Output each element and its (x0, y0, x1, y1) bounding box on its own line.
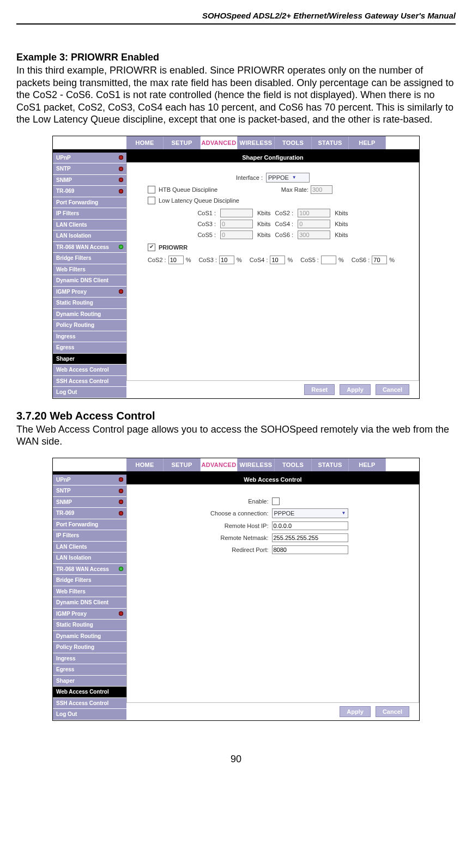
priowrr-label: PRIOWRR (159, 244, 187, 251)
status-dot-icon (119, 289, 123, 294)
sidebar-item-webacc[interactable]: Web Access Control (53, 365, 126, 376)
pcos5-unit: % (338, 257, 344, 263)
sidebar-item-staticr[interactable]: Static Routing (53, 620, 126, 631)
rnet-input[interactable] (272, 533, 348, 542)
sidebar-item-webf[interactable]: Web Filters (53, 264, 126, 276)
sidebar-item-ipfilters[interactable]: IP Filters (53, 208, 126, 220)
tab-advanced[interactable]: ADVANCED (201, 458, 238, 471)
pcos2-input[interactable] (168, 256, 184, 264)
sidebar-item-portfwd[interactable]: Port Forwarding (53, 197, 126, 209)
tab-status[interactable]: STATUS (312, 136, 349, 149)
sidebar-item-shaper[interactable]: Shaper (53, 354, 126, 365)
sidebar-item-tr069[interactable]: TR-069 (53, 508, 126, 519)
tab-setup[interactable]: SETUP (164, 458, 201, 471)
sidebar-item-tr069[interactable]: TR-069 (53, 186, 126, 197)
cos2-input (298, 209, 330, 217)
pcos4-unit: % (287, 257, 293, 263)
sidebar-item-ipfilters[interactable]: IP Filters (53, 530, 126, 542)
enable-checkbox[interactable] (272, 497, 280, 505)
pcos3-input[interactable] (219, 256, 234, 264)
sidebar-item-bridgef[interactable]: Bridge Filters (53, 575, 126, 586)
tab-help[interactable]: HELP (349, 136, 386, 149)
sidebar-item-snmp[interactable]: SNMP (53, 497, 126, 508)
pcos4-input[interactable] (270, 256, 285, 264)
top-nav-tabs: HOME SETUP ADVANCED WIRELESS TOOLS STATU… (53, 136, 419, 149)
tab-tools[interactable]: TOOLS (275, 136, 312, 149)
tab-home[interactable]: HOME (126, 458, 164, 471)
tab-status[interactable]: STATUS (312, 458, 349, 471)
sidebar-item-logout[interactable]: Log Out (53, 387, 126, 398)
sidebar-item-policyr[interactable]: Policy Routing (53, 642, 126, 653)
sidebar-item-tr068wan[interactable]: TR-068 WAN Access (53, 564, 126, 575)
apply-button[interactable]: Apply (340, 384, 371, 395)
sidebar-item-dynr[interactable]: Dynamic Routing (53, 309, 126, 320)
sidebar-item-sshacc[interactable]: SSH Access Control (53, 698, 126, 709)
cos1-label: CoS1 : (197, 210, 216, 216)
sidebar-item-ddns[interactable]: Dynamic DNS Client (53, 597, 126, 609)
tab-wireless[interactable]: WIRELESS (238, 136, 275, 149)
page-number: 90 (16, 754, 456, 765)
cos1-unit: Kbits (257, 210, 270, 216)
sidebar-item-bridgef[interactable]: Bridge Filters (53, 253, 126, 264)
cancel-button[interactable]: Cancel (376, 384, 409, 395)
sidebar-item-igmp[interactable]: IGMP Proxy (53, 609, 126, 620)
maxrate-input (311, 185, 332, 194)
enable-label: Enable: (192, 498, 269, 505)
pcos6-input[interactable] (372, 256, 387, 264)
status-dot-icon (119, 245, 123, 249)
sidebar-item-ddns[interactable]: Dynamic DNS Client (53, 275, 126, 287)
tab-advanced[interactable]: ADVANCED (201, 136, 238, 149)
sidebar-item-webf[interactable]: Web Filters (53, 586, 126, 598)
sidebar-item-shaper[interactable]: Shaper (53, 676, 126, 687)
sidebar-item-egress[interactable]: Egress (53, 664, 126, 676)
reset-button[interactable]: Reset (304, 384, 335, 395)
conn-select[interactable]: PPPOE▼ (272, 508, 348, 518)
sidebar-item-ingress[interactable]: Ingress (53, 331, 126, 343)
sidebar-item-sntp[interactable]: SNTP (53, 485, 126, 497)
sidebar-item-upnp[interactable]: UPnP (53, 153, 126, 164)
llq-checkbox[interactable] (148, 197, 155, 204)
tab-home[interactable]: HOME (126, 136, 164, 149)
sidebar-item-upnp[interactable]: UPnP (53, 475, 126, 486)
shaper-screenshot: HOME SETUP ADVANCED WIRELESS TOOLS STATU… (52, 136, 420, 399)
htb-checkbox[interactable] (148, 186, 155, 193)
sidebar-item-laniso[interactable]: LAN Isolation (53, 230, 126, 242)
sidebar-item-portfwd[interactable]: Port Forwarding (53, 519, 126, 531)
pcos5-input[interactable] (321, 256, 336, 264)
conn-label: Choose a connection: (192, 510, 269, 517)
sidebar-item-sntp[interactable]: SNTP (53, 163, 126, 175)
sidebar-item-snmp[interactable]: SNMP (53, 175, 126, 186)
sidebar-item-lanclients[interactable]: LAN Clients (53, 542, 126, 553)
sidebar-item-egress[interactable]: Egress (53, 342, 126, 354)
cos3-input (220, 220, 253, 228)
cos4-label: CoS4 : (275, 221, 294, 227)
sidebar-item-lanclients[interactable]: LAN Clients (53, 220, 126, 231)
sidebar-item-igmp[interactable]: IGMP Proxy (53, 287, 126, 298)
apply-button[interactable]: Apply (340, 706, 371, 717)
tab-wireless[interactable]: WIRELESS (238, 458, 275, 471)
interface-select[interactable]: PPPOE▼ (266, 173, 310, 183)
priowrr-checkbox[interactable]: ✔ (148, 244, 155, 251)
tab-setup[interactable]: SETUP (164, 136, 201, 149)
tab-tools[interactable]: TOOLS (275, 458, 312, 471)
sidebar-item-ingress[interactable]: Ingress (53, 653, 126, 665)
sidebar-item-tr068wan[interactable]: TR-068 WAN Access (53, 242, 126, 253)
rport-input[interactable] (272, 545, 348, 554)
sidebar-item-logout[interactable]: Log Out (53, 709, 126, 720)
sidebar-item-staticr[interactable]: Static Routing (53, 298, 126, 309)
wac-screenshot: HOME SETUP ADVANCED WIRELESS TOOLS STATU… (52, 458, 420, 721)
sidebar-item-laniso[interactable]: LAN Isolation (53, 553, 126, 564)
sidebar-item-webacc[interactable]: Web Access Control (53, 687, 126, 698)
pcos3-label: CoS3 : (198, 257, 217, 263)
sidebar-item-policyr[interactable]: Policy Routing (53, 320, 126, 331)
cancel-button[interactable]: Cancel (376, 706, 409, 717)
tab-help[interactable]: HELP (349, 458, 386, 471)
cos3-unit: Kbits (257, 221, 270, 227)
sidebar-item-dynr[interactable]: Dynamic Routing (53, 631, 126, 642)
example3-title: Example 3: PRIOWRR Enabled (16, 52, 456, 63)
sidebar-item-sshacc[interactable]: SSH Access Control (53, 376, 126, 387)
pcos6-unit: % (389, 257, 395, 263)
llq-label: Low Latency Queue Discipline (159, 197, 239, 204)
pcos3-unit: % (237, 257, 242, 263)
rhip-input[interactable] (272, 521, 348, 530)
